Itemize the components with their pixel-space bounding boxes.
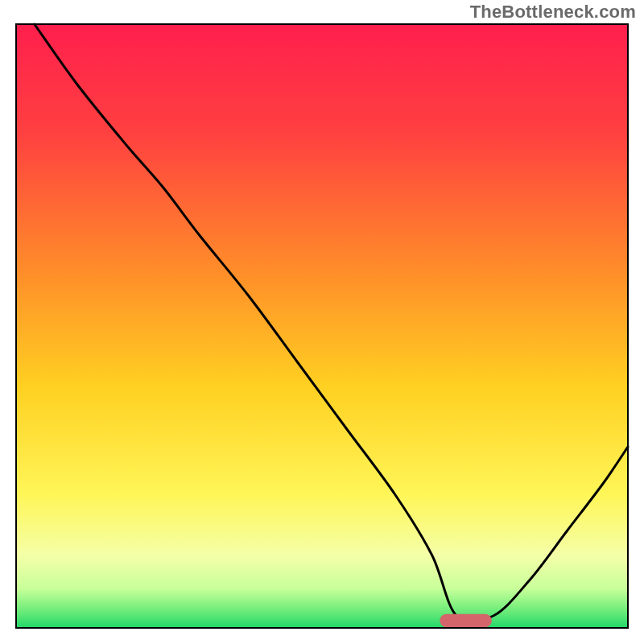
highlight-pill: [440, 614, 492, 628]
gradient-background: [16, 24, 628, 628]
chart-container: TheBottleneck.com: [0, 0, 644, 644]
plot-area: [16, 24, 628, 628]
chart-svg: [0, 0, 644, 644]
watermark-label: TheBottleneck.com: [470, 2, 636, 23]
